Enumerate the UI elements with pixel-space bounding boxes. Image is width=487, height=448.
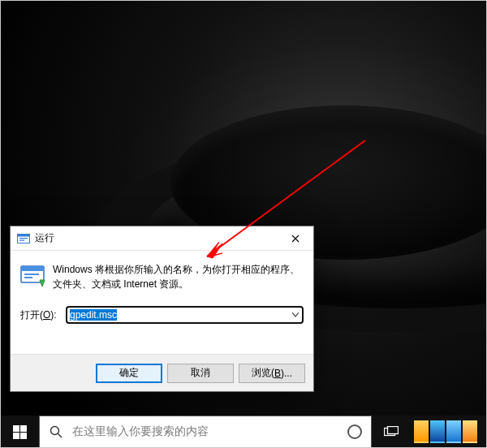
search-icon (40, 425, 72, 438)
task-view-button[interactable] (372, 426, 411, 437)
pinned-app[interactable] (430, 420, 445, 443)
dialog-body: Windows 将根据你所输入的名称，为你打开相应的程序、文件夹、文档或 Int… (11, 251, 313, 354)
taskbar-search[interactable]: 在这里输入你要搜索的内容 (39, 416, 372, 448)
titlebar[interactable]: 运行 (11, 226, 313, 251)
open-combobox[interactable] (66, 306, 304, 324)
close-button[interactable] (277, 226, 313, 251)
cancel-button[interactable]: 取消 (167, 364, 234, 383)
run-icon (20, 262, 50, 291)
svg-rect-13 (20, 425, 27, 432)
ok-button[interactable]: 确定 (96, 364, 162, 383)
cortana-icon[interactable] (338, 424, 371, 439)
start-button[interactable] (0, 416, 39, 448)
svg-rect-1 (18, 234, 30, 236)
svg-rect-6 (24, 274, 39, 275)
dialog-description: Windows 将根据你所输入的名称，为你打开相应的程序、文件夹、文档或 Int… (53, 262, 304, 291)
svg-line-17 (58, 434, 62, 438)
svg-rect-5 (21, 266, 44, 271)
pinned-app[interactable] (463, 420, 477, 443)
svg-rect-2 (19, 238, 28, 239)
svg-rect-12 (13, 425, 19, 432)
browse-button[interactable]: 浏览(B)... (239, 364, 305, 383)
svg-rect-15 (20, 433, 27, 439)
run-dialog-icon (17, 232, 30, 245)
search-placeholder: 在这里输入你要搜索的内容 (72, 424, 338, 439)
dialog-title: 运行 (35, 231, 54, 245)
open-label: 打开(O): (20, 308, 66, 322)
taskbar: 在这里输入你要搜索的内容 (0, 416, 487, 448)
taskbar-pinned-apps (411, 420, 477, 443)
svg-rect-14 (13, 433, 19, 439)
svg-marker-8 (40, 280, 45, 286)
open-input[interactable] (66, 306, 304, 324)
pinned-app[interactable] (414, 420, 429, 443)
svg-rect-3 (19, 239, 24, 240)
svg-point-16 (51, 427, 59, 435)
run-dialog: 运行 Windows 将根据你所输入的名称，为你打开相应的程序、文件夹、文档或 … (10, 226, 314, 392)
chevron-down-icon[interactable] (288, 307, 303, 323)
svg-rect-7 (24, 277, 32, 278)
button-row: 确定 取消 浏览(B)... (11, 354, 313, 391)
svg-rect-19 (388, 427, 399, 434)
pinned-app[interactable] (446, 420, 461, 443)
